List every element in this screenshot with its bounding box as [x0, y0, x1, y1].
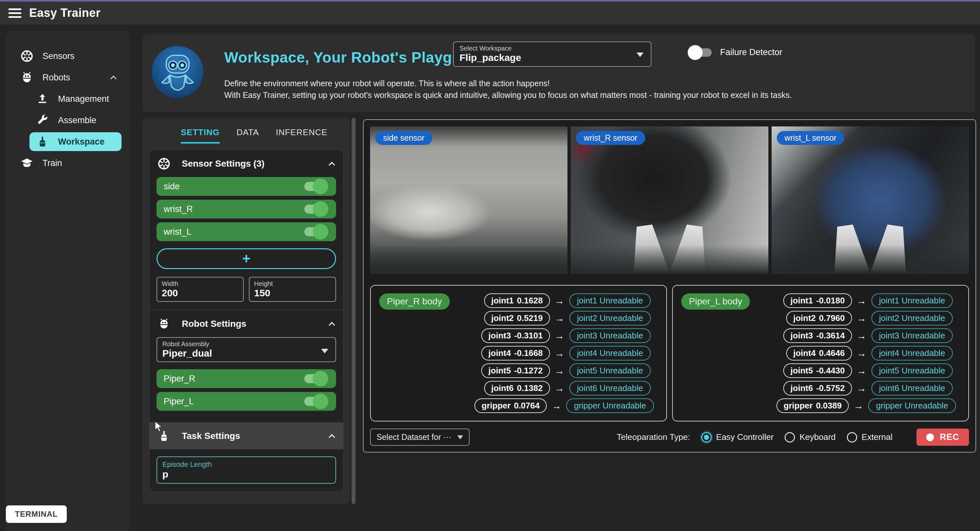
chevron-up-icon[interactable] — [329, 434, 335, 440]
robot-toggle-piper-l[interactable]: Piper_L — [156, 392, 336, 411]
robot-icon — [20, 70, 34, 85]
joint-panel-piper-r: Piper_R body joint10.1628 → joint1 Unrea… — [370, 285, 667, 421]
record-dot-icon — [926, 434, 934, 441]
settings-tabs: SETTING DATA INFERENCE — [143, 118, 350, 144]
toggle-on[interactable] — [304, 182, 326, 191]
radio-label: External — [862, 432, 892, 442]
toggle-on[interactable] — [304, 397, 326, 406]
failure-detector-label: Failure Detector — [720, 47, 782, 57]
sidebar-item-sensors[interactable]: Sensors — [14, 47, 121, 65]
joint-row: joint60.1382 → joint6 Unreadable — [462, 381, 658, 395]
workspace-select-value: Flip_package — [460, 52, 645, 63]
workspace-header-panel: Workspace, Your Robot's Playground Defin… — [143, 34, 975, 112]
tab-inference[interactable]: INFERENCE — [276, 128, 327, 144]
sensor-toggle-wrist-l[interactable]: wrist_L — [156, 222, 336, 241]
height-field[interactable]: Height 150 — [249, 277, 336, 302]
joint-value-pill: joint1-0.0180 — [783, 293, 852, 308]
add-sensor-button[interactable]: + — [156, 248, 336, 269]
joint-row: joint3-0.3101 → joint3 Unreadable — [462, 328, 658, 343]
sensor-toggle-side[interactable]: side — [156, 177, 336, 196]
radio-label: Keyboard — [800, 432, 835, 442]
arrow-right-icon: → — [857, 348, 867, 359]
chevron-up-icon — [110, 75, 117, 82]
radio-keyboard[interactable]: Keyboard — [784, 432, 835, 442]
robot-assembly-value: Piper_dual — [162, 348, 330, 359]
episode-length-field[interactable]: Episode Length p — [156, 456, 336, 484]
robot-icon — [156, 316, 172, 331]
robot-settings-header[interactable]: Robot Settings — [156, 316, 336, 331]
sidebar-item-train[interactable]: Train — [14, 154, 121, 172]
joint-status-panels: Piper_R body joint10.1628 → joint1 Unrea… — [370, 285, 969, 421]
robot-assembly-select[interactable]: Robot Assembly Piper_dual — [156, 337, 336, 362]
joint-row: joint5-0.4430 → joint5 Unreadable — [764, 364, 960, 378]
joint-value-pill: joint60.1382 — [484, 381, 550, 395]
toggle-on[interactable] — [304, 374, 326, 383]
broom-icon — [35, 134, 49, 149]
arrow-right-icon: → — [555, 330, 565, 341]
hamburger-menu-icon[interactable] — [8, 6, 21, 20]
sensor-settings-header[interactable]: Sensor Settings (3) — [156, 156, 336, 171]
sensor-settings-section: Sensor Settings (3) side wrist_R wrist_L… — [150, 150, 343, 309]
dataset-select[interactable]: Select Dataset for ··· — [370, 429, 469, 446]
radio-easy-controller[interactable]: Easy Controller — [701, 432, 774, 442]
radio-unselected-icon — [784, 432, 795, 442]
joint-status-pill: joint3 Unreadable — [872, 328, 953, 343]
radio-unselected-icon — [847, 432, 857, 442]
joint-value-pill: joint20.7960 — [786, 311, 852, 325]
joint-row: joint20.5219 → joint2 Unreadable — [462, 311, 658, 325]
caret-down-icon — [457, 435, 463, 439]
robot-assembly-label: Robot Assembly — [162, 340, 330, 348]
tab-data[interactable]: DATA — [237, 128, 259, 144]
chevron-up-icon[interactable] — [329, 322, 335, 328]
arrow-right-icon: → — [555, 383, 565, 394]
joint-status-pill: joint4 Unreadable — [570, 346, 651, 360]
sidebar-item-management[interactable]: Management — [30, 89, 121, 108]
robot-toggle-piper-r[interactable]: Piper_R — [156, 369, 336, 388]
toggle-knob — [688, 45, 703, 60]
sidebar-item-label: Sensors — [43, 51, 75, 61]
workspace-select[interactable]: Select Workspace Flip_package — [453, 41, 651, 67]
wrench-icon — [35, 113, 49, 128]
sensor-name: wrist_R — [164, 204, 193, 214]
joint-value-pill: joint3-0.3101 — [481, 328, 550, 343]
settings-scrollbar[interactable] — [352, 118, 355, 504]
joint-status-pill: joint3 Unreadable — [570, 328, 651, 343]
task-settings-section: Task Settings Episode Length p — [150, 423, 343, 491]
sidebar-item-workspace[interactable]: Workspace — [30, 132, 121, 151]
joint-status-pill: joint5 Unreadable — [570, 364, 651, 378]
joint-status-pill: joint1 Unreadable — [872, 293, 953, 308]
upload-icon — [35, 92, 49, 106]
sidebar-item-assemble[interactable]: Assemble — [30, 111, 121, 130]
settings-panel: SETTING DATA INFERENCE Sensor Settings (… — [143, 118, 350, 504]
record-button-label: REC — [940, 432, 959, 442]
joint-status-pill: joint2 Unreadable — [872, 311, 953, 325]
tab-setting[interactable]: SETTING — [181, 128, 220, 144]
camera-label: wrist_L sensor — [777, 131, 844, 145]
joint-status-pill: joint2 Unreadable — [570, 311, 651, 325]
arrow-right-icon: → — [555, 348, 565, 359]
toggle-on[interactable] — [304, 204, 326, 214]
camera-label: side sensor — [375, 131, 432, 145]
bottom-control-bar: Select Dataset for ··· Teleoparation Typ… — [370, 429, 969, 446]
sidebar-item-label: Workspace — [58, 137, 105, 147]
sidebar-item-robots[interactable]: Robots — [14, 68, 121, 87]
record-button[interactable]: REC — [916, 429, 969, 446]
terminal-button[interactable]: TERMINAL — [6, 505, 67, 523]
radio-external[interactable]: External — [847, 432, 892, 442]
broom-icon — [156, 429, 172, 443]
sidebar-item-label: Management — [58, 94, 109, 104]
sensor-toggle-wrist-r[interactable]: wrist_R — [156, 200, 336, 218]
chevron-up-icon[interactable] — [329, 162, 335, 168]
toggle-track — [690, 48, 712, 57]
task-settings-header[interactable]: Task Settings — [150, 423, 343, 449]
toggle-on[interactable] — [304, 227, 326, 236]
joint-value-pill: joint40.4646 — [786, 346, 852, 360]
joint-panel-piper-l: Piper_L body joint1-0.0180 → joint1 Unre… — [672, 285, 969, 421]
failure-detector-toggle[interactable]: Failure Detector — [690, 47, 782, 57]
width-field[interactable]: Width 200 — [156, 277, 244, 302]
teleoperation-type-label: Teleoparation Type: — [617, 432, 690, 442]
top-bar: Easy Trainer — [0, 2, 980, 24]
dataset-select-label: Select Dataset for ··· — [377, 432, 452, 442]
workspace-select-label: Select Workspace — [460, 45, 645, 52]
sensor-name: wrist_L — [164, 227, 191, 237]
